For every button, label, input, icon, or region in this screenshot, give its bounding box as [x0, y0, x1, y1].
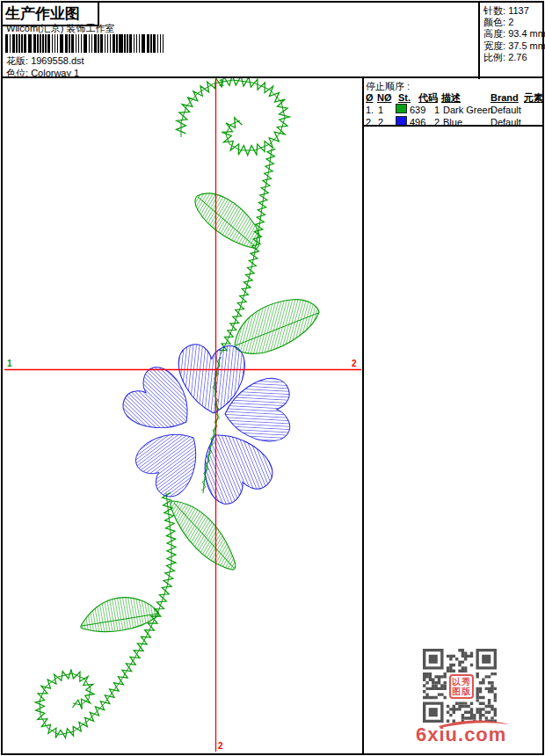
col-brand: Brand [490, 92, 519, 103]
col-element: 元素 [524, 92, 543, 103]
leaf-bottom [81, 598, 159, 632]
marker-right-end: 2 [352, 359, 357, 368]
leaf-below-flower [171, 501, 236, 570]
production-worksheet: 生产作业图 Wilcom(汇京) 装饰工作室 花版: 1969558.dst 色… [0, 0, 545, 756]
table-bottom-border [364, 125, 542, 127]
barcode [5, 34, 165, 53]
page-border: 生产作业图 Wilcom(汇京) 装饰工作室 花版: 1969558.dst 色… [1, 1, 544, 755]
leaf-upper [195, 193, 260, 249]
col-stitches: St. [398, 92, 411, 103]
col-needle: NØ [377, 92, 392, 103]
qr-center-logo: 以秀图版 [449, 674, 474, 699]
embroidery-design-canvas: 1 2 1 2 [3, 78, 362, 753]
watermark-site-link[interactable]: 6xiu.com [416, 723, 506, 746]
panel-divider [362, 78, 364, 753]
flower-petals [115, 343, 294, 512]
stat-stitches: 针数: 1137 [483, 5, 545, 17]
row1-description: Dark Green [443, 105, 493, 115]
row1-order: 1. [366, 105, 374, 115]
row1-stitches: 639 [410, 105, 425, 115]
design-file-row: 花版: 1969558.dst [6, 55, 84, 66]
stat-height: 高度: 93.4 mm [483, 28, 545, 40]
marker-top-start: 1 [219, 78, 224, 88]
stat-width: 宽度: 37.5 mm [483, 40, 545, 52]
marker-left-start: 1 [7, 359, 12, 368]
petal-lower-left [127, 416, 215, 505]
col-description: 描述 [441, 92, 461, 103]
col-code: 代码 [418, 92, 438, 103]
stat-colors: 颜色: 2 [483, 17, 545, 28]
row1-code: 1 [434, 105, 440, 115]
design-file-label: 花版: [6, 55, 28, 66]
stat-scale: 比例: 2.76 [483, 52, 545, 63]
design-stats-box: 针数: 1137 颜色: 2 高度: 93.4 mm 宽度: 37.5 mm 比… [478, 3, 545, 79]
design-file-value: 1969558.dst [31, 55, 84, 66]
stop-sequence-title: 停止顺序 : [366, 81, 410, 91]
row1-color-swatch [396, 104, 407, 113]
studio-name: Wilcom(汇京) 装饰工作室 [6, 23, 114, 33]
col-number: Ø [366, 92, 374, 103]
row1-needle: 1 [378, 105, 383, 115]
row1-brand: Default [490, 105, 521, 115]
marker-bottom-end: 2 [218, 741, 223, 751]
leaf-right [235, 300, 319, 354]
